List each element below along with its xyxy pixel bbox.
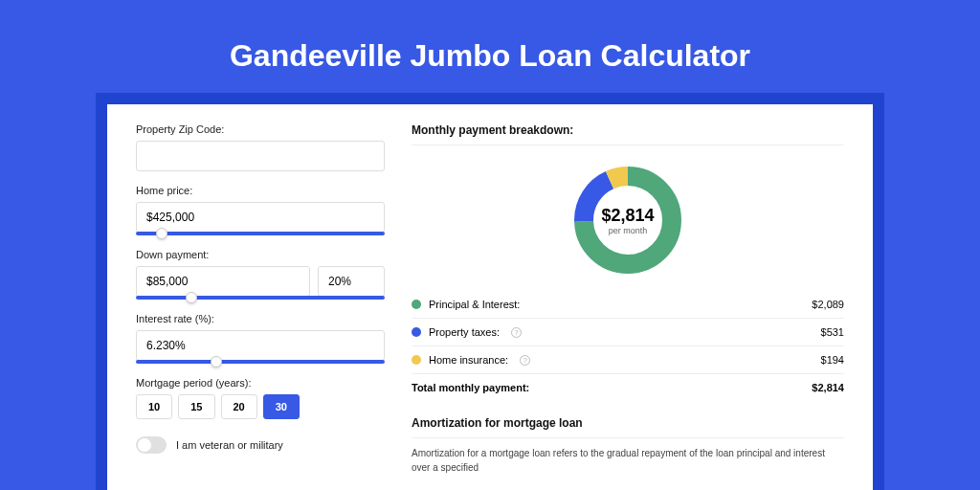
breakdown-row: Principal & Interest:$2,089	[412, 291, 844, 319]
row-label: Home insurance:	[429, 354, 508, 366]
info-icon[interactable]: ?	[520, 355, 530, 366]
price-slider[interactable]	[136, 232, 385, 235]
legend-dot	[412, 327, 421, 337]
rate-field: Interest rate (%):	[136, 313, 385, 364]
legend-dot	[412, 300, 421, 309]
row-label: Property taxes:	[429, 326, 500, 338]
rate-label: Interest rate (%):	[136, 313, 385, 324]
dp-field: Down payment:	[136, 249, 385, 300]
price-input[interactable]	[136, 202, 385, 233]
zip-label: Property Zip Code:	[136, 123, 385, 135]
zip-input[interactable]	[136, 141, 385, 171]
dp-amount-input[interactable]	[136, 266, 310, 297]
total-row: Total monthly payment: $2,814	[412, 374, 844, 401]
row-value: $194	[821, 354, 844, 366]
veteran-row: I am veteran or military	[136, 436, 385, 454]
period-options: 10152030	[136, 394, 385, 419]
dp-label: Down payment:	[136, 249, 385, 260]
period-label: Mortgage period (years):	[136, 377, 385, 389]
dp-slider[interactable]	[136, 296, 385, 300]
amort-heading: Amortization for mortgage loan	[412, 416, 844, 438]
breakdown-row: Home insurance:?$194	[412, 346, 844, 374]
breakdown-panel: Monthly payment breakdown: $2,814 per mo…	[412, 123, 844, 475]
total-label: Total monthly payment:	[412, 382, 529, 393]
donut-sub: per month	[609, 226, 648, 235]
row-value: $2,089	[812, 299, 844, 310]
period-btn-15[interactable]: 15	[178, 394, 214, 419]
veteran-label: I am veteran or military	[176, 439, 283, 451]
amort-body: Amortization for a mortgage loan refers …	[412, 446, 844, 475]
row-label: Principal & Interest:	[429, 299, 520, 310]
price-label: Home price:	[136, 185, 385, 196]
rate-slider[interactable]	[136, 360, 385, 364]
veteran-toggle[interactable]	[136, 436, 167, 454]
row-value: $531	[821, 326, 844, 338]
card-shadow: Property Zip Code: Home price: Down paym…	[96, 93, 884, 490]
breakdown-heading: Monthly payment breakdown:	[412, 123, 844, 145]
rate-input[interactable]	[136, 330, 385, 361]
form-panel: Property Zip Code: Home price: Down paym…	[136, 123, 385, 475]
info-icon[interactable]: ?	[511, 327, 522, 338]
dp-percent-input[interactable]	[318, 266, 385, 297]
period-btn-10[interactable]: 10	[136, 394, 172, 419]
amort-section: Amortization for mortgage loan Amortizat…	[412, 416, 844, 475]
legend-dot	[412, 355, 421, 365]
donut-chart: $2,814 per month	[412, 145, 844, 291]
page-title: Gandeeville Jumbo Loan Calculator	[0, 38, 980, 74]
donut-amount: $2,814	[601, 206, 654, 226]
zip-field: Property Zip Code:	[136, 123, 385, 171]
period-field: Mortgage period (years): 10152030	[136, 377, 385, 419]
total-value: $2,814	[812, 382, 844, 393]
donut-center: $2,814 per month	[570, 163, 685, 278]
breakdown-row: Property taxes:?$531	[412, 319, 844, 346]
price-field: Home price:	[136, 185, 385, 235]
breakdown-rows: Principal & Interest:$2,089Property taxe…	[412, 291, 844, 374]
calculator-card: Property Zip Code: Home price: Down paym…	[107, 104, 873, 490]
period-btn-30[interactable]: 30	[263, 394, 300, 419]
period-btn-20[interactable]: 20	[221, 394, 257, 419]
